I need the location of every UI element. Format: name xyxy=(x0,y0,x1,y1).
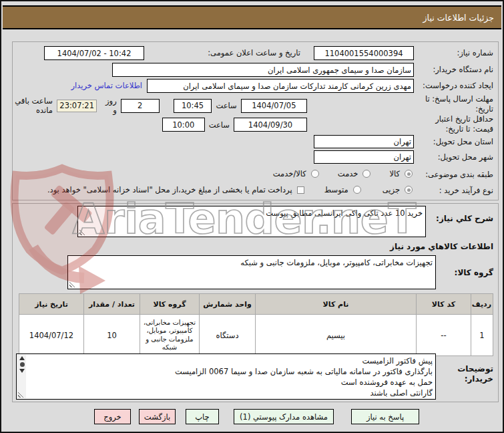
purchase-process-options: جزیی متوسط پرداخت تمام یا بخشی از مبلغ خ… xyxy=(47,185,413,194)
cell-item-name: بیسیم xyxy=(256,315,417,356)
announce-datetime-field[interactable]: 1404/07/02 - 10:42 xyxy=(44,46,144,60)
deadline-date-field[interactable]: 1404/07/05 xyxy=(241,99,307,113)
deadline-time-field[interactable]: 10:45 xyxy=(174,99,212,113)
radio-medium-label: متوسط xyxy=(324,185,348,194)
cell-row-number: 1 xyxy=(471,315,493,356)
delivery-city-field[interactable]: تهران xyxy=(314,150,414,164)
col-item-group: گروه کالا xyxy=(140,294,200,315)
goods-group-label: گروه کالا: xyxy=(455,268,493,278)
deadline-row: 1404/07/05 ساعت 10:45 2 روز و 23:07:21 س… xyxy=(1,96,307,115)
need-description-label: شرح کلي نیاز: xyxy=(436,214,493,224)
resize-handle-icon[interactable] xyxy=(79,229,85,235)
note-line: پیش فاکتور الزامیست xyxy=(29,355,433,366)
radio-service-label: خدمت xyxy=(338,169,358,178)
buyer-notes-textarea[interactable]: پیش فاکتور الزامیست بارگذاری فاکتور در س… xyxy=(16,353,436,400)
note-line: بارگذاری فاکتور در سامانه مالیاتی به شعب… xyxy=(29,366,433,377)
need-number-label: شماره نیاز: xyxy=(457,48,493,58)
goods-group-textarea[interactable]: تجهیزات مخابراتی، کامپیوتر، موبایل، ملزو… xyxy=(67,255,436,289)
cell-quantity: 10 xyxy=(84,315,140,356)
validity-time-field[interactable]: 10:00 xyxy=(162,118,205,132)
purchase-process-label: نوع فرآیند خرید : xyxy=(439,186,493,196)
announce-datetime-label: تاریخ و ساعت اعلان عمومی: xyxy=(208,48,300,58)
scroll-down-icon[interactable] xyxy=(19,369,25,373)
validity-hour-label: ساعت xyxy=(209,120,230,130)
radio-goods-label: کالا xyxy=(389,169,400,178)
note-line: حمل به عهده فروشنده است xyxy=(29,377,433,388)
table-row: 1 -- بیسیم دستگاه تجهیزات مخابراتی، کامپ… xyxy=(19,315,493,356)
col-item-name: نام کالا xyxy=(256,294,417,315)
col-count-unit: واحد شمارش xyxy=(200,294,256,315)
back-button[interactable]: بازگشت xyxy=(139,409,176,424)
treasury-checkbox-label: پرداخت تمام یا بخشی از مبلغ خرید،از محل … xyxy=(47,185,292,194)
price-validity-row: 1404/09/30 ساعت 10:00 xyxy=(162,118,307,132)
respond-to-need-button[interactable]: پاسخ به نیاز xyxy=(351,409,419,424)
footer-actions: پاسخ به نیاز مشاهده مدارک پیوستي (1) چاپ… xyxy=(94,409,419,424)
delivery-city-label: شهر محل تحویل: xyxy=(438,152,493,162)
treasury-checkbox[interactable] xyxy=(297,186,304,194)
radio-minor-label: جزیی xyxy=(383,185,400,194)
cell-item-code: -- xyxy=(417,315,471,356)
radio-minor[interactable] xyxy=(405,186,413,194)
validity-date-field[interactable]: 1404/09/30 xyxy=(234,118,307,132)
radio-goods-service-label: کالا/خدمت xyxy=(273,169,306,178)
subject-category-label: طبقه بندی موضوعی: xyxy=(425,170,493,180)
need-details-window: جزئیات اطلاعات نیاز شماره نیاز: 11040015… xyxy=(0,0,504,433)
countdown-timer: 23:07:21 xyxy=(57,100,97,112)
items-table: ردیف کد کالا نام کالا واحد شمارش گروه کا… xyxy=(19,293,493,356)
note-line: گارانتی اصلی باشند xyxy=(29,388,433,398)
items-table-header-row: ردیف کد کالا نام کالا واحد شمارش گروه کا… xyxy=(19,294,493,315)
radio-medium[interactable] xyxy=(353,186,361,194)
page-title: جزئیات اطلاعات نیاز xyxy=(423,13,494,23)
delivery-province-field[interactable]: تهران xyxy=(314,135,414,148)
cell-need-date: 1404/07/12 xyxy=(19,315,84,356)
need-number-field[interactable]: 1104001554000394 xyxy=(314,46,414,60)
notes-scrollbar[interactable] xyxy=(17,355,26,398)
remaining-days-field[interactable]: 2 xyxy=(121,99,160,113)
buyer-notes-label: توضیحات خریدار: xyxy=(447,364,493,384)
col-quantity: تعداد / مقدار xyxy=(84,294,140,315)
radio-goods-service[interactable] xyxy=(311,170,319,178)
days-and-label: روز و xyxy=(101,96,116,115)
buyer-contact-link[interactable]: اطلاعات تماس خریدار xyxy=(71,81,142,90)
goods-section-heading: اطلاعات کالاهاي مورد نیاز xyxy=(390,242,493,252)
subject-category-options: کالا خدمت کالا/خدمت xyxy=(273,169,413,178)
col-row-number: ردیف xyxy=(471,294,493,315)
radio-service[interactable] xyxy=(362,170,370,178)
radio-goods[interactable] xyxy=(405,170,413,178)
requester-label: ایجاد کننده درخواست: xyxy=(423,81,493,91)
price-validity-label: حداقل تاریخ اعتبار قیمت: تا تاریخ: xyxy=(415,114,493,134)
delivery-province-label: استان محل تحویل: xyxy=(433,137,493,147)
buyer-org-field[interactable]: سازمان صدا و سیمای جمهوری اسلامی ایران xyxy=(112,63,414,77)
scrollbar-thumb[interactable] xyxy=(20,362,25,367)
col-need-date: تاریخ نیاز xyxy=(19,294,84,315)
deadline-label: مهلت ارسال پاسخ: تا تاریخ: xyxy=(415,94,493,114)
deadline-hour-label: ساعت xyxy=(216,101,236,110)
resize-handle-icon[interactable] xyxy=(69,281,75,287)
scroll-up-icon[interactable] xyxy=(19,356,25,360)
print-button[interactable]: چاپ xyxy=(186,409,219,424)
buyer-org-label: نام دستگاه خریدار: xyxy=(433,65,493,75)
cell-count-unit: دستگاه xyxy=(200,315,256,356)
need-description-textarea[interactable]: خرید 10 عدد تاکی واکی ایرانسلی مطابق پیو… xyxy=(77,206,426,237)
hours-remaining-label: ساعت باقي مانده xyxy=(1,96,53,115)
page-title-bar: جزئیات اطلاعات نیاز xyxy=(3,5,501,29)
cell-item-group: تجهیزات مخابراتی، کامپیوتر، موبایل، ملزو… xyxy=(140,315,200,356)
col-item-code: کد کالا xyxy=(417,294,471,315)
view-attachments-button[interactable]: مشاهده مدارک پیوستي (1) xyxy=(234,409,334,424)
exit-button[interactable]: خروج xyxy=(94,409,131,424)
requester-field[interactable]: مهدی زرین کرمانی کارمند تدارکات سازمان ص… xyxy=(147,79,414,93)
